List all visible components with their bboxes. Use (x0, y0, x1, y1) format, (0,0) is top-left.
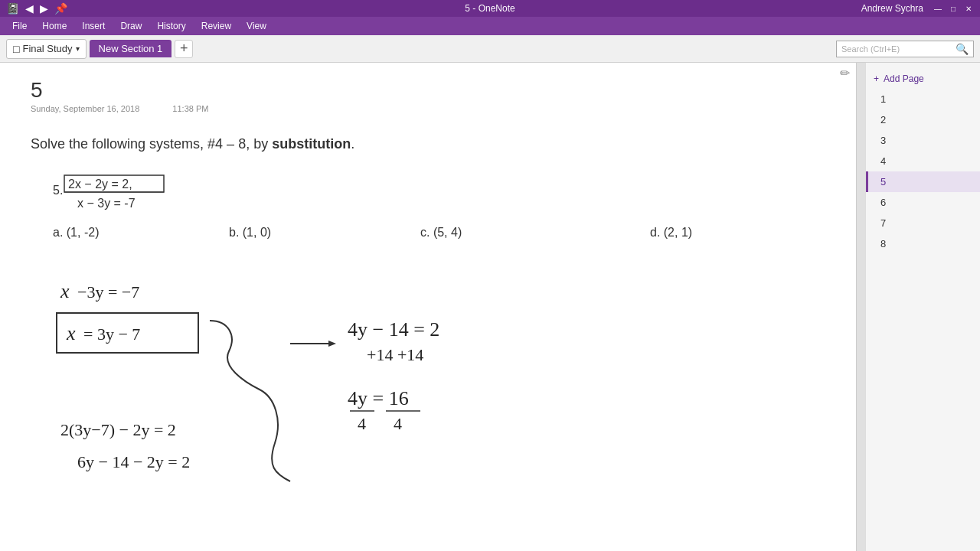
add-page-icon: + (874, 73, 879, 84)
svg-text:2x − 2y = 2,: 2x − 2y = 2, (68, 178, 132, 191)
page-number-3: 3 (880, 135, 886, 146)
window-controls: — □ ✕ (933, 3, 974, 14)
pin-btn[interactable]: 📌 (54, 2, 67, 15)
svg-text:a.  (1, -2): a. (1, -2) (53, 226, 99, 239)
page-number-2: 2 (880, 114, 886, 126)
back-btn[interactable]: ◀ (25, 2, 34, 15)
section-tab[interactable]: New Section 1 (90, 40, 172, 57)
svg-text:4: 4 (394, 414, 402, 433)
instruction-prefix: Solve the following systems, #4 – 8, by (31, 136, 272, 152)
add-page-row[interactable]: + Add Page (866, 69, 980, 89)
title-bar: 📓 ◀ ▶ 📌 5 - OneNote Andrew Sychra — □ ✕ (0, 0, 980, 17)
page-panel: + Add Page 1 2 3 4 5 6 7 8 (865, 63, 980, 551)
add-page-label: Add Page (884, 73, 924, 84)
svg-text:6y − 14 − 2y = 2: 6y − 14 − 2y = 2 (77, 452, 190, 471)
search-placeholder: Search (Ctrl+E) (841, 44, 956, 54)
notebook-dropdown-icon: ▾ (76, 44, 80, 53)
page-list-item-3[interactable]: 3 (866, 130, 980, 151)
scrollbar[interactable] (856, 63, 865, 551)
page-number: 5 (31, 78, 825, 103)
search-box[interactable]: Search (Ctrl+E) 🔍 (836, 41, 974, 57)
notebook-icon: □ (13, 43, 19, 55)
menu-history[interactable]: History (151, 19, 191, 33)
page-number-7: 7 (880, 217, 886, 229)
onenote-logo: 📓 (6, 2, 19, 15)
main-area: ✏ 5 Sunday, September 16, 2018 11:38 PM … (0, 63, 980, 551)
svg-text:x − 3y = -7: x − 3y = -7 (77, 197, 136, 210)
menu-review[interactable]: Review (195, 19, 237, 33)
svg-text:= 3y − 7: = 3y − 7 (83, 324, 140, 344)
math-svg: 5. 2x − 2y = 2, x − 3y = -7 a. (1, -2) b… (31, 168, 825, 550)
menu-insert[interactable]: Insert (76, 19, 111, 33)
svg-text:x: x (66, 322, 76, 344)
time-text: 11:38 PM (172, 104, 208, 113)
page-list-item-4[interactable]: 4 (866, 151, 980, 171)
svg-text:+14  +14: +14 +14 (367, 345, 423, 364)
page-number-6: 6 (880, 197, 886, 208)
svg-text:4y = 16: 4y = 16 (348, 387, 409, 409)
title-bar-right: Andrew Sychra — □ ✕ (861, 3, 974, 14)
page-number-4: 4 (880, 155, 886, 167)
menu-draw[interactable]: Draw (114, 19, 148, 33)
page-content: 5 Sunday, September 16, 2018 11:38 PM So… (0, 63, 856, 551)
page-list-item-8[interactable]: 8 (866, 233, 980, 254)
maximize-btn[interactable]: □ (948, 3, 959, 14)
add-icon: + (180, 41, 188, 57)
page-list-item-6[interactable]: 6 (866, 192, 980, 213)
svg-text:5.: 5. (53, 184, 63, 197)
page-list-item-7[interactable]: 7 (866, 213, 980, 233)
section-label: New Section 1 (99, 43, 163, 54)
tab-bar: □ Final Study ▾ New Section 1 + Search (… (0, 35, 980, 63)
svg-text:4: 4 (358, 414, 366, 433)
page-list-item-1[interactable]: 1 (866, 89, 980, 109)
math-content: 5. 2x − 2y = 2, x − 3y = -7 a. (1, -2) b… (31, 168, 825, 550)
page-number-1: 1 (880, 93, 886, 105)
add-section-button[interactable]: + (175, 40, 193, 58)
close-btn[interactable]: ✕ (963, 3, 974, 14)
menu-home[interactable]: Home (36, 19, 73, 33)
svg-text:x: x (60, 280, 70, 302)
svg-text:2(3y−7) − 2y = 2: 2(3y−7) − 2y = 2 (60, 420, 176, 439)
svg-text:b.  (1, 0): b. (1, 0) (229, 226, 271, 239)
date-text: Sunday, September 16, 2018 (31, 104, 139, 113)
instruction-bold: substitution (272, 136, 351, 152)
svg-text:4y − 14 = 2: 4y − 14 = 2 (348, 318, 439, 341)
instruction-text: Solve the following systems, #4 – 8, by … (31, 136, 825, 152)
minimize-btn[interactable]: — (933, 3, 943, 14)
svg-text:−3y = −7: −3y = −7 (77, 282, 139, 302)
page-date: Sunday, September 16, 2018 11:38 PM (31, 104, 825, 113)
page-list-item-2[interactable]: 2 (866, 109, 980, 130)
svg-text:d.  (2, 1): d. (2, 1) (650, 226, 692, 239)
instruction-suffix: . (351, 136, 354, 152)
svg-text:c.  (5, 4): c. (5, 4) (420, 226, 462, 239)
menu-file[interactable]: File (6, 19, 33, 33)
content-area: ✏ 5 Sunday, September 16, 2018 11:38 PM … (0, 63, 856, 551)
forward-btn[interactable]: ▶ (40, 2, 48, 15)
page-list-item-5[interactable]: 5 (866, 171, 980, 192)
notebook-button[interactable]: □ Final Study ▾ (6, 39, 87, 59)
page-number-8: 8 (880, 238, 886, 249)
search-icon[interactable]: 🔍 (956, 43, 969, 55)
page-number-5: 5 (880, 176, 886, 187)
username: Andrew Sychra (861, 3, 923, 14)
svg-marker-15 (328, 341, 336, 347)
title-bar-left: 📓 ◀ ▶ 📌 (6, 2, 67, 15)
menu-view[interactable]: View (240, 19, 273, 33)
title-bar-center: 5 - OneNote (465, 3, 514, 14)
window-title: 5 - OneNote (465, 3, 514, 14)
notebook-label: Final Study (22, 43, 72, 54)
menu-bar: File Home Insert Draw History Review Vie… (0, 17, 980, 35)
